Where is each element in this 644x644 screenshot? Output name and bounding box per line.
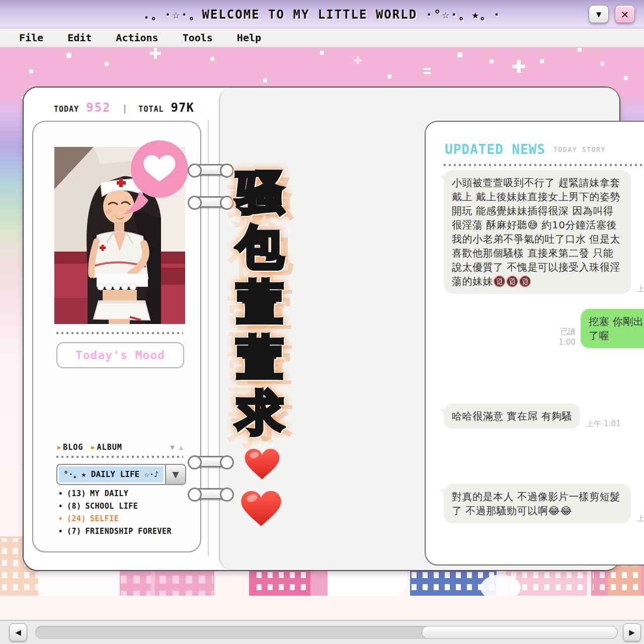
- chat-message-row: 等你下次回來找他: [444, 538, 644, 564]
- overlay-character: 骚: [237, 168, 284, 216]
- category-label: SELFIE: [90, 514, 119, 523]
- category-item[interactable]: •(13)MY DAILY: [58, 489, 172, 498]
- heart-icon: [243, 444, 282, 482]
- todays-mood-label: Today's Mood: [75, 349, 165, 362]
- bullet-icon: •: [58, 515, 63, 523]
- total-label: TOTAL: [138, 105, 164, 114]
- message-time: 上午 1:01: [637, 514, 644, 523]
- visitor-stats: TODAY 952 | TOTAL 97K: [54, 101, 194, 115]
- category-list: •(13)MY DAILY•(8)SCHOOL LIFE•(24)SELFIE•…: [58, 489, 172, 536]
- message-time: 上午 1:00: [637, 284, 644, 294]
- binder-ring: [194, 456, 227, 467]
- category-item[interactable]: •(7)FRIENDSHIP FOREVER: [58, 527, 172, 536]
- category-dropdown-value: °·。★ DAILY LIFE ☆·♪: [59, 466, 164, 482]
- category-label: SCHOOL LIFE: [86, 502, 138, 511]
- news-header: UPDATED NEWS TODAY STORY ▶ SUBSCRIBE: [445, 142, 644, 157]
- category-item[interactable]: •(24)SELFIE: [58, 514, 172, 523]
- chat-message-row: 對真的是本人 不過像影片一樣剪短髮了 不過那騷勁可以啊😂😂上午 1:01: [444, 484, 644, 523]
- sparkle-cross-icon: [354, 56, 361, 64]
- sparkle-cross-icon: [512, 60, 525, 72]
- minimize-button[interactable]: ▼: [589, 5, 609, 23]
- close-button[interactable]: ✕: [615, 5, 635, 23]
- sparkle-cross-icon: [150, 48, 161, 59]
- binder-ring: [194, 488, 227, 500]
- divider-dotted: [444, 164, 644, 166]
- chat-bubble: 對真的是本人 不過像影片一樣剪短髮了 不過那騷勁可以啊😂😂: [444, 484, 631, 523]
- chat-message-row: 哈哈很滿意 實在屌 有夠騷上午 1:01: [444, 404, 644, 429]
- category-count: (13): [67, 489, 86, 498]
- category-count: (8): [67, 502, 82, 511]
- category-count: (24): [67, 514, 86, 523]
- menu-item-tools[interactable]: Tools: [183, 32, 213, 44]
- menu-bar: FileEditActionsToolsHelp: [0, 29, 644, 48]
- chat-card: UPDATED NEWS TODAY STORY ▶ SUBSCRIBE 小頭被…: [425, 121, 644, 566]
- scroll-right-button[interactable]: ▶: [623, 623, 641, 641]
- read-status: 已讀: [560, 327, 576, 338]
- today-count: 952: [86, 101, 111, 115]
- overlay-vertical-title: 骚包萱萱求: [227, 168, 293, 437]
- app-window: .。·☆·。WELCOME TO MY LITTLE WORLD ·°☆·。★。…: [0, 0, 644, 644]
- overlay-character: 萱: [237, 279, 284, 327]
- message-time: 上午 1:01: [586, 419, 620, 429]
- chat-bubble: 挖塞 你剛出來沒多久就打了這麼多字了喔: [581, 309, 644, 348]
- message-meta: 已讀1:00: [558, 327, 576, 349]
- heart-icon: [238, 485, 284, 529]
- menu-item-file[interactable]: File: [19, 32, 43, 44]
- category-count: (7): [67, 527, 82, 536]
- overlay-character: 包: [237, 223, 284, 271]
- blog-album-tabs: ▶ BLOG ▶ ALBUM ▼ ▲: [57, 443, 183, 452]
- chevron-down-icon: ▼: [172, 469, 179, 479]
- news-title: UPDATED NEWS: [445, 142, 545, 157]
- todays-mood-button[interactable]: Today's Mood: [56, 342, 184, 368]
- profile-card: Today's Mood ▶ BLOG ▶ ALBUM ▼ ▲ °·。★ DAI…: [32, 121, 201, 552]
- news-subtitle: TODAY STORY: [553, 145, 606, 153]
- menu-item-edit[interactable]: Edit: [67, 32, 92, 44]
- chat-message-row: 小頭被萱萱吸到不行了 趕緊請妹拿套戴上 戴上後妹妹直接女上男下的姿勢開玩 能感覺…: [444, 170, 644, 294]
- bullet-icon: •: [58, 490, 63, 498]
- heart-speech-bubble: [119, 139, 195, 219]
- minimize-icon: ▼: [596, 9, 601, 19]
- today-label: TODAY: [54, 105, 79, 114]
- chat-bubble: 小頭被萱萱吸到不行了 趕緊請妹拿套戴上 戴上後妹妹直接女上男下的姿勢開玩 能感覺…: [444, 170, 631, 294]
- sparkle-equals-icon: [424, 68, 431, 74]
- menu-item-actions[interactable]: Actions: [116, 32, 158, 44]
- horizontal-scrollbar-thumb[interactable]: [422, 626, 618, 639]
- divider-dotted: [56, 456, 183, 458]
- overlay-character: 萱: [237, 334, 284, 382]
- close-icon: ✕: [621, 7, 628, 21]
- collapse-up-icon[interactable]: ▲: [179, 443, 183, 452]
- category-label: FRIENDSHIP FOREVER: [86, 527, 172, 536]
- chat-message-row: 已讀上午 1:01本人嗎: [444, 444, 644, 469]
- chat-message-row: 已讀上午 1:01可見很滿意: [444, 363, 644, 388]
- category-item[interactable]: •(8)SCHOOL LIFE: [58, 502, 172, 511]
- bullet-icon: •: [58, 502, 63, 510]
- divider-dotted: [56, 332, 183, 334]
- tab-album[interactable]: ALBUM: [97, 443, 122, 452]
- blog-arrow-icon: ▶: [57, 444, 61, 451]
- notebook: TODAY 952 | TOTAL 97K: [23, 87, 620, 571]
- scroll-left-button[interactable]: ◀: [9, 623, 27, 641]
- sparkle-dots: [0, 48, 2, 50]
- overlay-character: 求: [237, 389, 284, 437]
- horizontal-scrollbar-track[interactable]: [35, 626, 618, 639]
- category-dropdown[interactable]: °·。★ DAILY LIFE ☆·♪ ▼: [56, 464, 186, 485]
- total-count: 97K: [171, 101, 194, 115]
- menu-item-help[interactable]: Help: [237, 32, 261, 44]
- title-bar: .。·☆·。WELCOME TO MY LITTLE WORLD ·°☆·。★。…: [0, 0, 644, 29]
- stats-divider: |: [122, 103, 128, 114]
- bullet-icon: •: [58, 527, 63, 535]
- chat-message-row: 已讀1:00挖塞 你剛出來沒多久就打了這麼多字了喔: [444, 309, 644, 348]
- binder-ring: [194, 164, 227, 176]
- dropdown-arrow-button[interactable]: ▼: [165, 465, 185, 484]
- album-arrow-icon: ▶: [91, 444, 95, 451]
- window-title: .。·☆·。WELCOME TO MY LITTLE WORLD ·°☆·。★。…: [143, 7, 502, 23]
- category-label: MY DAILY: [90, 489, 128, 498]
- horizontal-scrollbar: ◀ ▶: [0, 620, 644, 644]
- tab-blog[interactable]: BLOG: [63, 443, 83, 452]
- chat-bubble: 哈哈很滿意 實在屌 有夠騷: [444, 404, 580, 429]
- chat-message-list: 小頭被萱萱吸到不行了 趕緊請妹拿套戴上 戴上後妹妹直接女上男下的姿勢開玩 能感覺…: [444, 170, 644, 564]
- collapse-down-icon[interactable]: ▼: [170, 443, 175, 452]
- message-time: 1:00: [558, 337, 576, 348]
